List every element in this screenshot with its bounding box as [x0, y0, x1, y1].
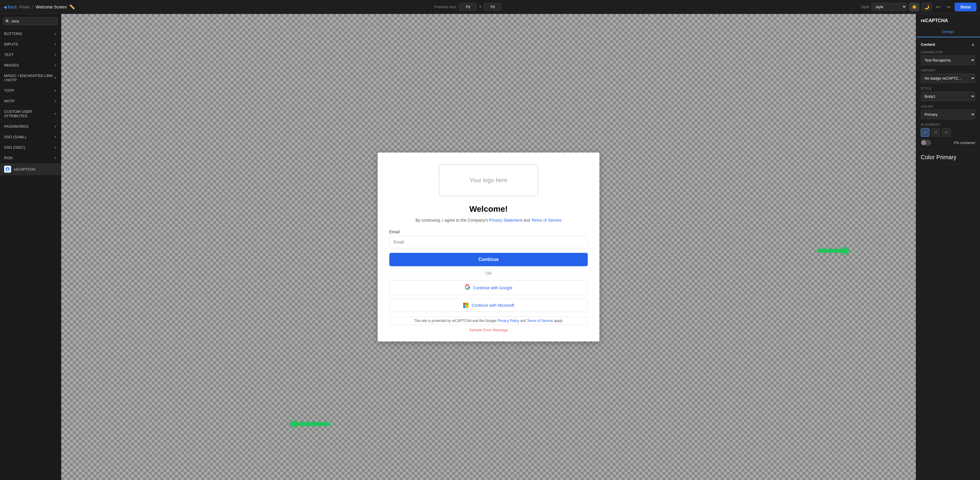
logo-placeholder-text: Your logo here: [469, 177, 507, 184]
search-box: 🔍: [0, 14, 61, 29]
main-layout: 🔍 BUTTONS ▼ INPUTS ▼ TEXT ▼ IMAGES ▼ MAG…: [0, 14, 980, 480]
toggle-knob: [921, 140, 926, 145]
connector-select[interactable]: Test Recaptcha: [921, 55, 975, 65]
align-right-button[interactable]: ≡: [942, 128, 951, 137]
preview-label: Preview size:: [434, 5, 457, 9]
welcome-title: Welcome!: [389, 204, 588, 214]
sidebar-item-passwords[interactable]: PASSWORDS ▼: [0, 121, 61, 132]
checker-background: Your logo here Welcome! By continuing, I…: [61, 14, 916, 480]
edit-icon[interactable]: ✏️: [69, 4, 75, 10]
light-theme-button[interactable]: ☀️: [909, 3, 919, 11]
breadcrumb-flows: Flows: [19, 5, 30, 10]
google-signin-button[interactable]: Continue with Google: [389, 280, 588, 295]
chevron-down-icon: ▼: [54, 146, 57, 149]
recaptcha-apply-text: apply.: [554, 319, 563, 323]
google-btn-label: Continue with Google: [473, 285, 512, 290]
recaptcha-privacy-link[interactable]: Privacy Policy: [497, 319, 519, 323]
style-label: Style: [861, 5, 869, 9]
sample-error-message: Sample Error Message: [389, 328, 588, 332]
undo-button[interactable]: ↩: [934, 3, 942, 11]
sidebar-item-text[interactable]: TEXT ▼: [0, 49, 61, 60]
sidebar-item-sso-oidc[interactable]: SSO (OIDC) ▼: [0, 142, 61, 153]
arrow-shaft-right: [818, 249, 844, 253]
color-select[interactable]: Primary: [921, 110, 975, 119]
google-icon: [465, 284, 471, 291]
top-bar-right: Style style custom default ☀️ 🌙 ↩ ↪ Done: [861, 3, 977, 11]
logo-placeholder: Your logo here: [439, 164, 538, 196]
recaptcha-terms-link[interactable]: Terms of Service: [527, 319, 553, 323]
sidebar: 🔍 BUTTONS ▼ INPUTS ▼ TEXT ▼ IMAGES ▼ MAG…: [0, 14, 61, 480]
variant-select[interactable]: No badge reCAPTC...: [921, 73, 975, 83]
terms-of-service-link[interactable]: Terms of Service: [531, 218, 562, 222]
preview-height-input[interactable]: [484, 3, 501, 11]
email-input[interactable]: [389, 236, 588, 248]
recaptcha-and-text: and: [520, 319, 527, 323]
sidebar-item-label: NOTP: [4, 99, 14, 103]
variant-label: Variant: [921, 68, 975, 72]
top-bar-center: Preview size: X: [434, 3, 501, 11]
svg-rect-4: [466, 305, 469, 308]
sidebar-item-totp[interactable]: TOTP ▼: [0, 86, 61, 96]
preview-x-label: X: [479, 5, 482, 9]
tab-design[interactable]: Design: [916, 27, 980, 37]
continue-button[interactable]: Continue: [389, 253, 588, 266]
style-select-panel[interactable]: Body1: [921, 92, 975, 101]
color-label: Color: [921, 105, 975, 108]
sidebar-entry-label: reCAPTCHA: [14, 167, 36, 171]
canvas-wrapper: Your logo here Welcome! By continuing, I…: [61, 14, 916, 480]
arrow-shaft-left: [295, 422, 330, 426]
email-label: Email: [389, 230, 588, 234]
chevron-down-icon: ▼: [54, 32, 57, 36]
svg-rect-3: [463, 305, 466, 308]
welcome-card: Your logo here Welcome! By continuing, I…: [378, 152, 600, 342]
style-select[interactable]: style custom default: [872, 3, 907, 11]
search-input[interactable]: [3, 17, 58, 25]
sidebar-item-custom-user-attributes[interactable]: CUSTOM USER ATTRIBUTES ▼: [0, 106, 61, 121]
done-button[interactable]: Done: [955, 3, 977, 11]
fill-container-toggle[interactable]: [921, 140, 931, 146]
sidebar-item-inputs[interactable]: INPUTS ▼: [0, 39, 61, 49]
content-section: Content ▲ Connector Test Recaptcha Varia…: [916, 38, 980, 150]
sidebar-item-images[interactable]: IMAGES ▼: [0, 60, 61, 71]
style-label: Style: [921, 87, 975, 90]
back-label: Back: [8, 5, 17, 10]
back-arrow-icon: ◀: [3, 5, 7, 10]
redo-button[interactable]: ↪: [944, 3, 952, 11]
chevron-down-icon: ▼: [54, 63, 57, 67]
subtitle-text: By continuing, I agree to the Company's: [415, 218, 488, 222]
or-divider: OR: [389, 271, 588, 276]
arrow-head-right: [844, 246, 850, 255]
microsoft-signin-button[interactable]: Continue with Microsoft: [389, 299, 588, 312]
sidebar-item-buttons[interactable]: BUTTONS ▼: [0, 29, 61, 39]
preview-width-input[interactable]: [459, 3, 477, 11]
search-icon: 🔍: [5, 19, 10, 23]
green-arrow-right-indicator: [818, 246, 850, 255]
chevron-down-icon: ▼: [54, 112, 57, 116]
dark-theme-button[interactable]: 🌙: [922, 3, 932, 11]
align-center-button[interactable]: ≡: [931, 128, 940, 137]
collapse-icon[interactable]: ▲: [970, 42, 975, 47]
fill-container-row: Fill container: [921, 140, 975, 146]
sidebar-item-magic[interactable]: MAGIC / ENCHANTED LINK / NOTP ▼: [0, 71, 61, 86]
chevron-down-icon: ▼: [54, 135, 57, 139]
welcome-subtitle: By continuing, I agree to the Company's …: [389, 218, 588, 222]
sidebar-item-label: INPUTS: [4, 42, 18, 46]
alignment-group: ≡ ≡ ≡: [921, 128, 975, 137]
sidebar-entry-recaptcha[interactable]: reCAPTCHA: [0, 163, 61, 175]
green-arrow-left-indicator: [289, 419, 330, 429]
canvas-area: Your logo here Welcome! By continuing, I…: [61, 14, 916, 480]
chevron-down-icon: ▼: [54, 43, 57, 46]
sidebar-item-notp[interactable]: NOTP ▼: [0, 96, 61, 106]
sidebar-item-label: RISK: [4, 156, 13, 160]
sidebar-item-sso-saml[interactable]: SSO (SAML) ▼: [0, 132, 61, 142]
align-left-button[interactable]: ≡: [921, 128, 929, 137]
sidebar-item-risk[interactable]: RISK ▼: [0, 153, 61, 163]
recaptcha-entry-icon: [4, 166, 11, 173]
panel-title: reCAPTCHA: [916, 14, 980, 27]
chevron-down-icon: ▼: [54, 53, 57, 57]
sidebar-item-label: TEXT: [4, 52, 14, 57]
privacy-statement-link[interactable]: Privacy Statement: [489, 218, 522, 222]
back-button[interactable]: ◀ Back: [3, 5, 17, 10]
alignment-label: Alignment: [921, 123, 975, 126]
search-wrap: 🔍: [3, 17, 58, 25]
